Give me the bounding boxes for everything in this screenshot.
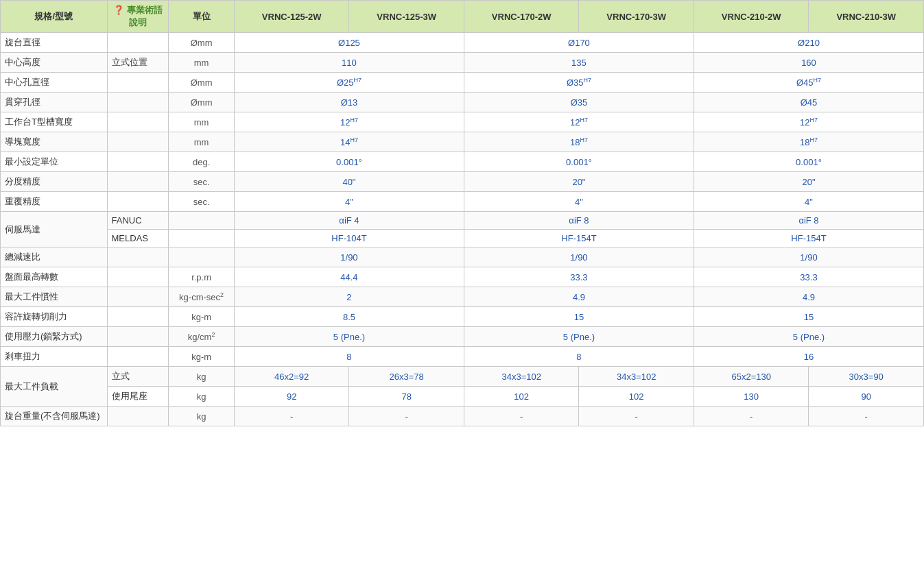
row-label: 工作台T型槽寬度 — [1, 112, 108, 132]
row-value-merged: 15 — [694, 307, 923, 327]
row-value: - — [579, 407, 694, 426]
col-spec-header: 規格/型號 — [1, 1, 108, 33]
row-value: 34x3=102 — [464, 367, 579, 387]
model-label-0: VRNC-125-2W — [262, 12, 322, 22]
row-unit: mm — [169, 132, 235, 152]
row-value-merged: 18H7 — [694, 132, 923, 152]
table-row: 貫穿孔徑ØmmØ13Ø35Ø45 — [1, 93, 924, 112]
row-label: 剎車扭力 — [1, 347, 108, 367]
row-unit: kg-cm-sec2 — [169, 287, 235, 307]
row-label: 最大工件負載 — [1, 367, 108, 407]
row-value: 34x3=102 — [579, 367, 694, 387]
row-unit — [169, 247, 235, 267]
unit-header-label: 單位 — [193, 11, 211, 21]
row-unit: sec. — [169, 172, 235, 192]
row-value: - — [694, 407, 809, 426]
row-value-merged: 8 — [464, 347, 694, 367]
row-sub-label — [107, 172, 169, 192]
row-value: 90 — [809, 387, 924, 407]
row-value-merged: 12H7 — [464, 112, 694, 132]
row-label: 中心高度 — [1, 53, 108, 73]
model-label-5: VRNC-210-3W — [836, 12, 896, 22]
model-label-1: VRNC-125-3W — [377, 12, 436, 22]
row-label: 盤面最高轉數 — [1, 267, 108, 287]
table-row: 最大工件慣性kg-cm-sec224.94.9 — [1, 287, 924, 307]
table-row: 使用壓力(鎖緊方式)kg/cm25 (Pne.)5 (Pne.)5 (Pne.) — [1, 327, 924, 347]
row-value-merged: 1/90 — [694, 247, 923, 267]
row-value-merged: HF-154T — [694, 230, 923, 247]
row-value-merged: 12H7 — [234, 112, 464, 132]
row-value: 26x3=78 — [349, 367, 464, 387]
row-value-merged: HF-154T — [464, 230, 694, 247]
row-unit: Ømm — [169, 33, 235, 53]
row-label: 重覆精度 — [1, 192, 108, 212]
row-sub-label: 立式位置 — [107, 53, 169, 73]
row-sub-label: MELDAS — [107, 230, 169, 247]
row-value: 92 — [234, 387, 349, 407]
col-unit-header: 單位 — [169, 1, 235, 33]
col-link-header[interactable]: ❓ 專業術語說明 — [107, 1, 169, 33]
row-value-merged: 8.5 — [234, 307, 464, 327]
terminology-link[interactable]: ❓ 專業術語說明 — [113, 5, 163, 27]
row-value-merged: Ø35 — [464, 93, 694, 112]
row-unit: mm — [169, 112, 235, 132]
row-value: - — [464, 407, 579, 426]
row-label: 旋台重量(不含伺服馬達) — [1, 407, 108, 426]
row-value-merged: 44.4 — [234, 267, 464, 287]
table-row: 盤面最高轉數r.p.m44.433.333.3 — [1, 267, 924, 287]
row-value-merged: 15 — [464, 307, 694, 327]
row-value-merged: 20" — [694, 172, 923, 192]
row-sub-label — [107, 192, 169, 212]
row-sub-label — [107, 152, 169, 172]
row-unit: Ømm — [169, 93, 235, 112]
row-label: 使用壓力(鎖緊方式) — [1, 327, 108, 347]
row-label: 中心孔直徑 — [1, 73, 108, 93]
table-row: 使用尾座kg927810210213090 — [1, 387, 924, 407]
row-value-merged: HF-104T — [234, 230, 464, 247]
table-row: 重覆精度sec.4"4"4" — [1, 192, 924, 212]
row-unit: kg-m — [169, 347, 235, 367]
row-value-merged: 4.9 — [464, 287, 694, 307]
table-row: 中心高度立式位置mm110135160 — [1, 53, 924, 73]
row-value-merged: 4" — [694, 192, 923, 212]
row-sub-label — [107, 33, 169, 53]
table-row: 旋台直徑ØmmØ125Ø170Ø210 — [1, 33, 924, 53]
table-row: 導塊寬度mm14H718H718H7 — [1, 132, 924, 152]
model-label-4: VRNC-210-2W — [722, 12, 781, 22]
table-row: 總減速比1/901/901/90 — [1, 247, 924, 267]
table-row: 旋台重量(不含伺服馬達)kg------ — [1, 407, 924, 426]
row-value-merged: 12H7 — [694, 112, 923, 132]
row-value-merged: 40" — [234, 172, 464, 192]
table-row: 中心孔直徑ØmmØ25H7Ø35H7Ø45H7 — [1, 73, 924, 93]
row-unit — [169, 230, 235, 247]
row-value-merged: Ø13 — [234, 93, 464, 112]
model-label-2: VRNC-170-2W — [492, 12, 552, 22]
row-sub-label: 立式 — [107, 367, 169, 387]
row-sub-label — [107, 327, 169, 347]
row-value-merged: 16 — [694, 347, 923, 367]
row-unit: r.p.m — [169, 267, 235, 287]
row-sub-label — [107, 73, 169, 93]
col-model-3-header: VRNC-170-2W — [464, 1, 579, 33]
table-row: 最大工件負載立式kg46x2=9226x3=7834x3=10234x3=102… — [1, 367, 924, 387]
row-unit: kg — [169, 387, 235, 407]
col-model-2-header: VRNC-125-3W — [349, 1, 464, 33]
row-value-merged: 4.9 — [694, 287, 923, 307]
row-value: 102 — [464, 387, 579, 407]
row-sub-label — [107, 247, 169, 267]
row-value-merged: Ø45H7 — [694, 73, 923, 93]
row-value-merged: 20" — [464, 172, 694, 192]
row-value-merged: 8 — [234, 347, 464, 367]
row-value: 46x2=92 — [234, 367, 349, 387]
row-label: 伺服馬達 — [1, 212, 108, 247]
row-value-merged: 33.3 — [464, 267, 694, 287]
row-value-merged: 14H7 — [234, 132, 464, 152]
row-value-merged: 1/90 — [464, 247, 694, 267]
row-value-merged: Ø210 — [694, 33, 923, 53]
row-value: - — [809, 407, 924, 426]
row-unit: deg. — [169, 152, 235, 172]
row-value-merged: Ø45 — [694, 93, 923, 112]
row-unit: sec. — [169, 192, 235, 212]
row-sub-label — [107, 93, 169, 112]
table-row: 剎車扭力kg-m8816 — [1, 347, 924, 367]
